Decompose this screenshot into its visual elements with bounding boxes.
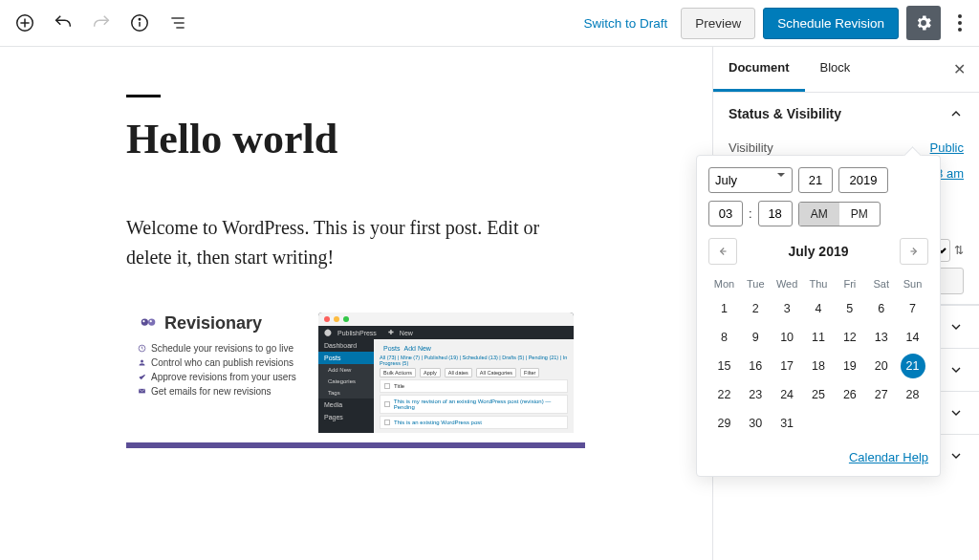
calendar-day[interactable]: 14 — [901, 325, 925, 350]
svg-point-11 — [958, 28, 962, 32]
undo-button[interactable] — [46, 6, 80, 40]
calendar-day[interactable]: 3 — [774, 296, 799, 321]
visibility-label: Visibility — [729, 140, 773, 155]
svg-point-15 — [150, 320, 152, 322]
svg-point-9 — [958, 14, 962, 18]
calendar-day[interactable]: 8 — [711, 325, 736, 350]
calendar-dow: Tue — [740, 274, 772, 293]
promo-feature-list: Schedule your revisions to go live Contr… — [138, 341, 305, 398]
calendar-day[interactable]: 19 — [838, 354, 862, 378]
calendar-day[interactable]: 21 — [901, 354, 925, 378]
calendar-day[interactable]: 5 — [838, 296, 862, 321]
calendar-day[interactable]: 9 — [743, 325, 768, 350]
promo-banner: Revisionary Schedule your revisions to g… — [126, 303, 585, 448]
calendar-dow: Wed — [772, 274, 803, 293]
add-block-button[interactable] — [8, 6, 42, 40]
calendar-dow: Fri — [834, 274, 865, 293]
calendar-day[interactable]: 6 — [869, 296, 894, 321]
visibility-value-link[interactable]: Public — [930, 140, 964, 155]
day-input[interactable] — [798, 167, 833, 193]
calendar-dow: Sat — [865, 274, 897, 293]
calendar-dow: Sun — [897, 274, 928, 293]
calendar-dow: Mon — [708, 274, 740, 293]
calendar-dow: Thu — [803, 274, 835, 293]
month-select[interactable]: July — [708, 167, 793, 193]
calendar-day[interactable]: 29 — [711, 411, 736, 436]
calendar-day[interactable]: 16 — [743, 354, 768, 378]
calendar-day[interactable]: 20 — [869, 354, 894, 378]
title-separator — [126, 95, 161, 97]
promo-screenshot: ⬤PublishPress✚New Dashboard Posts Add Ne… — [318, 312, 574, 433]
calendar-day[interactable]: 22 — [711, 382, 736, 407]
calendar-day[interactable]: 30 — [743, 411, 768, 436]
editor-canvas[interactable]: Hello world Welcome to WordPress. This i… — [0, 47, 712, 560]
datetime-popover: July : AM PM July 2019 MonTueWedThuFriSa… — [696, 155, 941, 477]
select-stepper-icon: ⇅ — [954, 244, 964, 257]
post-title[interactable]: Hello world — [126, 115, 586, 163]
chevron-down-icon — [948, 319, 964, 334]
calendar-day[interactable]: 18 — [806, 354, 831, 378]
calendar-day[interactable]: 27 — [869, 382, 894, 407]
calendar-day[interactable]: 12 — [838, 325, 862, 350]
time-colon: : — [749, 206, 752, 221]
switch-to-draft-link[interactable]: Switch to Draft — [583, 16, 667, 31]
calendar-day[interactable]: 23 — [743, 382, 768, 407]
minute-input[interactable] — [758, 201, 793, 226]
schedule-revision-button[interactable]: Schedule Revision — [763, 8, 899, 39]
preview-button[interactable]: Preview — [681, 8, 755, 39]
outline-icon[interactable] — [161, 6, 195, 40]
svg-point-10 — [958, 21, 962, 25]
svg-point-5 — [139, 19, 140, 20]
chevron-down-icon — [948, 405, 964, 420]
calendar-day[interactable]: 11 — [806, 325, 831, 350]
calendar-day[interactable]: 25 — [806, 382, 831, 407]
pm-button[interactable]: PM — [839, 203, 880, 226]
svg-point-13 — [148, 318, 155, 325]
calendar-day[interactable]: 15 — [711, 354, 736, 378]
am-button[interactable]: AM — [799, 203, 839, 226]
hour-input[interactable] — [708, 201, 743, 226]
post-body[interactable]: Welcome to WordPress. This is your first… — [126, 213, 586, 272]
prev-month-button[interactable] — [708, 238, 737, 265]
info-icon[interactable] — [122, 6, 157, 40]
calendar-day[interactable]: 31 — [774, 411, 799, 436]
next-month-button[interactable] — [900, 238, 928, 265]
calendar-help-link[interactable]: Calendar Help — [849, 450, 928, 464]
tab-block[interactable]: Block — [805, 47, 866, 92]
more-menu-button[interactable] — [948, 6, 971, 40]
calendar-day[interactable]: 10 — [774, 325, 799, 350]
chevron-down-icon — [948, 362, 964, 377]
chevron-up-icon — [948, 106, 964, 121]
calendar-day[interactable]: 4 — [806, 296, 831, 321]
calendar-day[interactable]: 17 — [774, 354, 799, 378]
chevron-down-icon — [948, 448, 964, 463]
close-sidebar-button[interactable]: ✕ — [946, 47, 973, 92]
svg-point-17 — [141, 360, 143, 363]
promo-logo: Revisionary — [138, 312, 305, 334]
svg-point-14 — [142, 320, 144, 322]
calendar-day[interactable]: 2 — [743, 296, 768, 321]
year-input[interactable] — [838, 167, 888, 193]
calendar-day[interactable]: 1 — [711, 296, 736, 321]
calendar-day[interactable]: 26 — [838, 382, 862, 407]
calendar-day[interactable]: 24 — [774, 382, 799, 407]
calendar-title: July 2019 — [788, 244, 848, 259]
settings-button[interactable] — [906, 6, 941, 40]
calendar-day[interactable]: 7 — [901, 296, 925, 321]
redo-button[interactable] — [84, 6, 119, 40]
calendar-grid: MonTueWedThuFriSatSun1234567891011121314… — [708, 274, 928, 437]
calendar-day[interactable]: 13 — [869, 325, 894, 350]
calendar-day[interactable]: 28 — [901, 382, 925, 407]
tab-document[interactable]: Document — [713, 47, 805, 92]
svg-point-12 — [141, 318, 148, 325]
status-visibility-heading[interactable]: Status & Visibility — [713, 93, 979, 135]
